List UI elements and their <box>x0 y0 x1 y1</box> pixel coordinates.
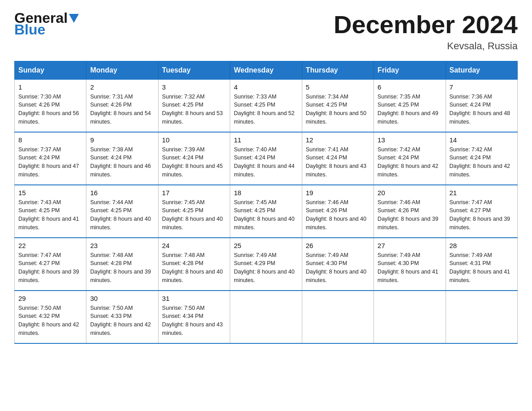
day-info: Sunrise: 7:49 AMSunset: 4:30 PMDaylight:… <box>378 252 438 283</box>
calendar-cell: 15 Sunrise: 7:43 AMSunset: 4:25 PMDaylig… <box>15 185 86 238</box>
day-info: Sunrise: 7:42 AMSunset: 4:24 PMDaylight:… <box>378 146 438 178</box>
day-info: Sunrise: 7:49 AMSunset: 4:31 PMDaylight:… <box>450 252 511 283</box>
day-number: 1 <box>18 83 82 91</box>
calendar-cell: 12 Sunrise: 7:41 AMSunset: 4:24 PMDaylig… <box>302 132 373 185</box>
day-number: 22 <box>18 242 82 249</box>
calendar-cell: 23 Sunrise: 7:48 AMSunset: 4:28 PMDaylig… <box>86 238 158 291</box>
calendar-cell: 26 Sunrise: 7:49 AMSunset: 4:30 PMDaylig… <box>302 238 373 291</box>
calendar-cell: 18 Sunrise: 7:45 AMSunset: 4:25 PMDaylig… <box>230 185 302 238</box>
day-info: Sunrise: 7:38 AMSunset: 4:24 PMDaylight:… <box>90 146 151 178</box>
day-number: 4 <box>234 83 298 91</box>
calendar-cell: 6 Sunrise: 7:35 AMSunset: 4:25 PMDayligh… <box>374 79 446 132</box>
day-info: Sunrise: 7:46 AMSunset: 4:26 PMDaylight:… <box>306 199 367 231</box>
day-number: 3 <box>162 83 226 91</box>
day-info: Sunrise: 7:50 AMSunset: 4:32 PMDaylight:… <box>18 305 79 336</box>
day-number: 14 <box>450 136 514 144</box>
calendar-header-friday: Friday <box>374 61 446 79</box>
day-number: 8 <box>18 136 82 144</box>
calendar-cell: 19 Sunrise: 7:46 AMSunset: 4:26 PMDaylig… <box>302 185 373 238</box>
calendar-cell: 8 Sunrise: 7:37 AMSunset: 4:24 PMDayligh… <box>15 132 86 185</box>
day-number: 30 <box>90 295 154 302</box>
calendar-week-row: 8 Sunrise: 7:37 AMSunset: 4:24 PMDayligh… <box>15 132 518 185</box>
calendar-cell: 17 Sunrise: 7:45 AMSunset: 4:25 PMDaylig… <box>158 185 230 238</box>
day-info: Sunrise: 7:39 AMSunset: 4:24 PMDaylight:… <box>162 146 223 178</box>
calendar-cell: 25 Sunrise: 7:49 AMSunset: 4:29 PMDaylig… <box>230 238 302 291</box>
calendar-header-saturday: Saturday <box>446 61 517 79</box>
day-info: Sunrise: 7:47 AMSunset: 4:27 PMDaylight:… <box>450 199 511 231</box>
month-year-title: December 2024 <box>334 11 518 39</box>
calendar-header-tuesday: Tuesday <box>158 61 230 79</box>
calendar-cell: 7 Sunrise: 7:36 AMSunset: 4:24 PMDayligh… <box>446 79 517 132</box>
calendar-header-monday: Monday <box>86 61 158 79</box>
day-number: 25 <box>234 242 298 249</box>
logo: General Blue <box>14 11 79 37</box>
day-number: 15 <box>18 189 82 197</box>
day-info: Sunrise: 7:31 AMSunset: 4:26 PMDaylight:… <box>90 94 151 125</box>
day-number: 21 <box>450 189 514 197</box>
calendar-cell <box>302 291 373 343</box>
day-info: Sunrise: 7:34 AMSunset: 4:25 PMDaylight:… <box>306 94 367 125</box>
calendar-cell: 24 Sunrise: 7:48 AMSunset: 4:28 PMDaylig… <box>158 238 230 291</box>
calendar-cell: 30 Sunrise: 7:50 AMSunset: 4:33 PMDaylig… <box>86 291 158 343</box>
day-number: 10 <box>162 136 226 144</box>
day-info: Sunrise: 7:50 AMSunset: 4:33 PMDaylight:… <box>90 305 151 336</box>
day-number: 17 <box>162 189 226 197</box>
day-info: Sunrise: 7:48 AMSunset: 4:28 PMDaylight:… <box>162 252 223 283</box>
day-info: Sunrise: 7:49 AMSunset: 4:30 PMDaylight:… <box>306 252 367 283</box>
calendar-cell: 16 Sunrise: 7:44 AMSunset: 4:25 PMDaylig… <box>86 185 158 238</box>
day-info: Sunrise: 7:37 AMSunset: 4:24 PMDaylight:… <box>18 146 79 178</box>
day-info: Sunrise: 7:32 AMSunset: 4:25 PMDaylight:… <box>162 94 223 125</box>
day-number: 12 <box>306 136 370 144</box>
day-info: Sunrise: 7:45 AMSunset: 4:25 PMDaylight:… <box>234 199 295 231</box>
day-number: 16 <box>90 189 154 197</box>
day-info: Sunrise: 7:30 AMSunset: 4:26 PMDaylight:… <box>18 94 79 125</box>
day-number: 28 <box>450 242 514 249</box>
calendar-cell: 14 Sunrise: 7:42 AMSunset: 4:24 PMDaylig… <box>446 132 517 185</box>
calendar-table: SundayMondayTuesdayWednesdayThursdayFrid… <box>14 61 518 344</box>
day-number: 27 <box>378 242 442 249</box>
calendar-cell: 1 Sunrise: 7:30 AMSunset: 4:26 PMDayligh… <box>15 79 86 132</box>
day-number: 7 <box>450 83 514 91</box>
day-info: Sunrise: 7:46 AMSunset: 4:26 PMDaylight:… <box>378 199 438 231</box>
calendar-cell: 10 Sunrise: 7:39 AMSunset: 4:24 PMDaylig… <box>158 132 230 185</box>
day-number: 29 <box>18 295 82 302</box>
calendar-cell <box>374 291 446 343</box>
page-header: General Blue December 2024 Kevsala, Russ… <box>14 11 518 52</box>
calendar-cell: 28 Sunrise: 7:49 AMSunset: 4:31 PMDaylig… <box>446 238 517 291</box>
day-number: 26 <box>306 242 370 249</box>
day-number: 11 <box>234 136 298 144</box>
calendar-cell: 29 Sunrise: 7:50 AMSunset: 4:32 PMDaylig… <box>15 291 86 343</box>
day-number: 9 <box>90 136 154 144</box>
day-info: Sunrise: 7:42 AMSunset: 4:24 PMDaylight:… <box>450 146 511 178</box>
day-info: Sunrise: 7:35 AMSunset: 4:25 PMDaylight:… <box>378 94 438 125</box>
calendar-cell: 21 Sunrise: 7:47 AMSunset: 4:27 PMDaylig… <box>446 185 517 238</box>
day-number: 5 <box>306 83 370 91</box>
day-number: 13 <box>378 136 442 144</box>
day-info: Sunrise: 7:50 AMSunset: 4:34 PMDaylight:… <box>162 305 223 336</box>
day-number: 2 <box>90 83 154 91</box>
calendar-header-row: SundayMondayTuesdayWednesdayThursdayFrid… <box>15 61 518 79</box>
day-number: 6 <box>378 83 442 91</box>
calendar-cell: 13 Sunrise: 7:42 AMSunset: 4:24 PMDaylig… <box>374 132 446 185</box>
calendar-cell: 31 Sunrise: 7:50 AMSunset: 4:34 PMDaylig… <box>158 291 230 343</box>
svg-marker-0 <box>69 14 79 23</box>
location-subtitle: Kevsala, Russia <box>334 40 518 52</box>
calendar-cell: 5 Sunrise: 7:34 AMSunset: 4:25 PMDayligh… <box>302 79 373 132</box>
logo-blue-text: Blue <box>14 22 79 37</box>
calendar-header-wednesday: Wednesday <box>230 61 302 79</box>
day-info: Sunrise: 7:47 AMSunset: 4:27 PMDaylight:… <box>18 252 79 283</box>
day-number: 20 <box>378 189 442 197</box>
calendar-header-thursday: Thursday <box>302 61 373 79</box>
calendar-week-row: 15 Sunrise: 7:43 AMSunset: 4:25 PMDaylig… <box>15 185 518 238</box>
day-info: Sunrise: 7:45 AMSunset: 4:25 PMDaylight:… <box>162 199 223 231</box>
calendar-cell: 2 Sunrise: 7:31 AMSunset: 4:26 PMDayligh… <box>86 79 158 132</box>
calendar-cell: 22 Sunrise: 7:47 AMSunset: 4:27 PMDaylig… <box>15 238 86 291</box>
calendar-header-sunday: Sunday <box>15 61 86 79</box>
calendar-cell: 3 Sunrise: 7:32 AMSunset: 4:25 PMDayligh… <box>158 79 230 132</box>
day-info: Sunrise: 7:48 AMSunset: 4:28 PMDaylight:… <box>90 252 151 283</box>
day-info: Sunrise: 7:36 AMSunset: 4:24 PMDaylight:… <box>450 94 511 125</box>
calendar-cell: 20 Sunrise: 7:46 AMSunset: 4:26 PMDaylig… <box>374 185 446 238</box>
calendar-week-row: 1 Sunrise: 7:30 AMSunset: 4:26 PMDayligh… <box>15 79 518 132</box>
day-info: Sunrise: 7:41 AMSunset: 4:24 PMDaylight:… <box>306 146 367 178</box>
calendar-week-row: 29 Sunrise: 7:50 AMSunset: 4:32 PMDaylig… <box>15 291 518 343</box>
